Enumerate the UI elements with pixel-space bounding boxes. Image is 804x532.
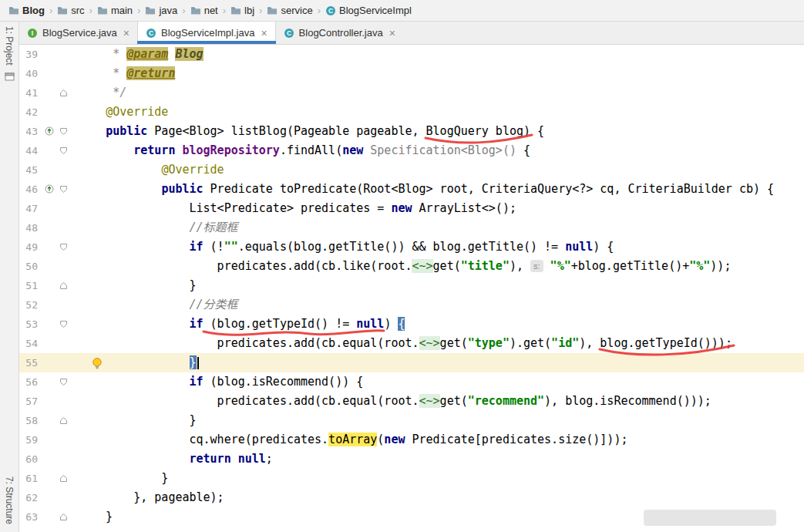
line-number[interactable]: 40	[19, 64, 42, 83]
line-number[interactable]: 41	[19, 83, 42, 103]
editor[interactable]: 39 * @param Blog40 * @return41 */42 @Ove…	[19, 45, 804, 532]
code-text[interactable]: public Page<Blog> listBlog(Pageable page…	[78, 122, 804, 141]
code-text[interactable]: return blogRepository.findAll(new Specif…	[78, 141, 804, 160]
breadcrumb-item-src[interactable]: src	[55, 3, 86, 18]
tab-close-icon[interactable]: ×	[123, 28, 130, 39]
code-text[interactable]: predicates.add(cb.equal(root.<~>get("rec…	[78, 392, 804, 411]
line-number[interactable]: 44	[19, 141, 42, 160]
line-number[interactable]: 53	[19, 315, 42, 334]
code-text[interactable]: predicates.add(cb.like(root.<~>get("titl…	[78, 257, 804, 276]
tab-blogcontroller-java[interactable]: CBlogController.java×	[276, 22, 403, 44]
breadcrumb-item-blog[interactable]: Blog	[6, 3, 47, 18]
code-line[interactable]: 48 //标题框	[19, 218, 804, 237]
code-text[interactable]: }	[78, 353, 804, 372]
code-line[interactable]: 59 cq.where(predicates.toArray(new Predi…	[19, 430, 804, 450]
line-number[interactable]: 57	[19, 392, 42, 411]
line-number[interactable]: 42	[19, 103, 42, 122]
line-number[interactable]: 51	[19, 276, 42, 295]
gutter-icons	[42, 411, 56, 430]
line-number[interactable]: 62	[19, 488, 42, 507]
tab-blogserviceimpl-java[interactable]: CBlogServiceImpl.java×	[137, 22, 276, 44]
line-number[interactable]: 54	[19, 334, 42, 353]
breadcrumb-item-java[interactable]: java	[143, 3, 180, 18]
code-line[interactable]: 60 return null;	[19, 450, 804, 469]
project-tool-icon[interactable]	[5, 72, 15, 82]
code-line[interactable]: 54 predicates.add(cb.equal(root.<~>get("…	[19, 334, 804, 353]
code-text[interactable]: if (blog.isRecommend()) {	[78, 372, 804, 392]
code-text[interactable]: List<Predicate> predicates = new ArrayLi…	[78, 199, 804, 218]
code-line[interactable]: 64	[19, 527, 804, 532]
tool-window-button-project[interactable]: 1: Project	[4, 26, 15, 66]
svg-text:C: C	[287, 29, 291, 37]
breadcrumb-item-net[interactable]: net	[188, 3, 220, 18]
fold-gutter	[56, 257, 78, 276]
code-text[interactable]: }	[78, 411, 804, 430]
breadcrumb-item-main[interactable]: main	[95, 3, 135, 18]
code-line[interactable]: 47 List<Predicate> predicates = new Arra…	[19, 199, 804, 218]
code-line[interactable]: 45 @Override	[19, 160, 804, 180]
code-line[interactable]: 46 public Predicate toPredicate(Root<Blo…	[19, 180, 804, 199]
code-text[interactable]: @Override	[78, 160, 804, 180]
code-line[interactable]: 39 * @param Blog	[19, 45, 804, 64]
line-number[interactable]: 46	[19, 180, 42, 199]
tab-close-icon[interactable]: ×	[261, 28, 267, 39]
tab-blogservice-java[interactable]: IBlogService.java×	[19, 22, 137, 44]
code-text[interactable]: if (blog.getTypeId() != null) {	[78, 315, 804, 334]
line-number[interactable]: 63	[19, 507, 42, 527]
code-text[interactable]: //标题框	[78, 218, 804, 237]
line-number[interactable]: 43	[19, 122, 42, 141]
code-text[interactable]: return null;	[78, 450, 804, 469]
code-text[interactable]: }, pageable);	[78, 488, 804, 507]
line-number[interactable]: 45	[19, 160, 42, 180]
line-number[interactable]: 64	[19, 527, 42, 532]
code-line[interactable]: 52 //分类框	[19, 295, 804, 315]
code-text[interactable]: }	[78, 276, 804, 295]
code-text[interactable]	[78, 527, 804, 532]
code-text[interactable]: if (!"".equals(blog.getTitle()) && blog.…	[78, 237, 804, 257]
line-number[interactable]: 39	[19, 45, 42, 64]
tab-label: BlogController.java	[299, 27, 383, 39]
code-text[interactable]: */	[78, 83, 804, 103]
line-number[interactable]: 60	[19, 450, 42, 469]
code-line[interactable]: 40 * @return	[19, 64, 804, 83]
code-line[interactable]: 49 if (!"".equals(blog.getTitle()) && bl…	[19, 237, 804, 257]
code-text[interactable]: * @return	[78, 64, 804, 83]
breadcrumb-item-lbj[interactable]: lbj	[228, 3, 257, 18]
breadcrumb-item-blogserviceimpl[interactable]: CBlogServiceImpl	[323, 3, 414, 18]
code-text[interactable]: @Override	[78, 103, 804, 122]
code-line[interactable]: 43 public Page<Blog> listBlog(Pageable p…	[19, 122, 804, 141]
gutter-icons	[42, 83, 56, 103]
line-number[interactable]: 55	[19, 353, 42, 372]
tool-window-button-structure[interactable]: 7: Structure	[4, 476, 15, 524]
code-line[interactable]: 50 predicates.add(cb.like(root.<~>get("t…	[19, 257, 804, 276]
line-number[interactable]: 59	[19, 430, 42, 450]
code-line[interactable]: 56 if (blog.isRecommend()) {	[19, 372, 804, 392]
line-number[interactable]: 49	[19, 237, 42, 257]
line-number[interactable]: 61	[19, 469, 42, 488]
breadcrumb-item-service[interactable]: service	[264, 3, 315, 18]
code-line[interactable]: 57 predicates.add(cb.equal(root.<~>get("…	[19, 392, 804, 411]
code-line[interactable]: 62 }, pageable);	[19, 488, 804, 507]
tab-close-icon[interactable]: ×	[389, 28, 395, 39]
code-text[interactable]: //分类框	[78, 295, 804, 315]
code-line[interactable]: 61 }	[19, 469, 804, 488]
code-line[interactable]: 51 }	[19, 276, 804, 295]
code-line[interactable]: 55 }	[19, 353, 804, 372]
code-text[interactable]: * @param Blog	[78, 45, 804, 64]
line-number[interactable]: 48	[19, 218, 42, 237]
code-text[interactable]: predicates.add(cb.equal(root.<~>get("typ…	[78, 334, 804, 353]
intention-bulb-icon[interactable]	[91, 356, 103, 369]
code-text[interactable]: cq.where(predicates.toArray(new Predicat…	[78, 430, 804, 450]
line-number[interactable]: 56	[19, 372, 42, 392]
code-line[interactable]: 58 }	[19, 411, 804, 430]
line-number[interactable]: 47	[19, 199, 42, 218]
line-number[interactable]: 50	[19, 257, 42, 276]
line-number[interactable]: 52	[19, 295, 42, 315]
code-line[interactable]: 53 if (blog.getTypeId() != null) {	[19, 315, 804, 334]
code-line[interactable]: 42 @Override	[19, 103, 804, 122]
code-line[interactable]: 44 return blogRepository.findAll(new Spe…	[19, 141, 804, 160]
code-line[interactable]: 41 */	[19, 83, 804, 103]
code-text[interactable]: }	[78, 469, 804, 488]
line-number[interactable]: 58	[19, 411, 42, 430]
code-text[interactable]: public Predicate toPredicate(Root<Blog> …	[78, 180, 804, 199]
